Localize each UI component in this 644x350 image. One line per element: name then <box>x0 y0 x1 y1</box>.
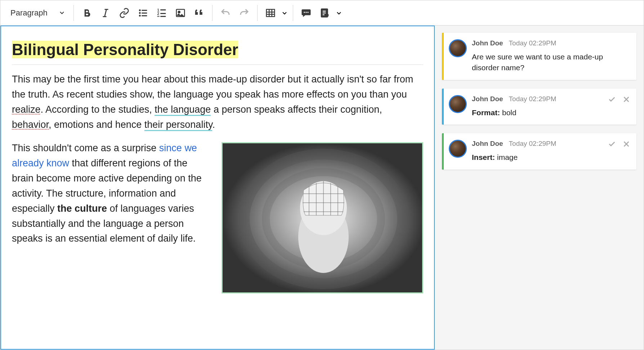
accept-button[interactable] <box>606 94 618 105</box>
track-changes-icon <box>316 4 334 22</box>
svg-rect-11 <box>160 16 166 17</box>
redo-button[interactable] <box>235 4 254 22</box>
svg-point-0 <box>139 9 141 11</box>
comment-highlight: Bilingual Personality Disorder <box>12 41 238 58</box>
suggestion-text: Format: bold <box>472 107 630 118</box>
svg-point-2 <box>139 12 141 14</box>
comment-button[interactable] <box>297 4 316 22</box>
avatar <box>449 39 467 57</box>
reject-button[interactable] <box>621 94 632 105</box>
chevron-down-icon <box>59 8 65 18</box>
table-icon <box>261 4 280 22</box>
svg-point-15 <box>304 12 305 13</box>
comment-card[interactable]: John Doe Today 02:29PM Are we sure we wa… <box>442 33 636 80</box>
svg-rect-1 <box>142 10 147 11</box>
svg-rect-9 <box>160 13 166 14</box>
main-area: Bilingual Personality Disorder This may … <box>0 26 644 350</box>
numbered-list-button[interactable]: 12 <box>152 4 171 22</box>
table-button[interactable] <box>261 4 289 22</box>
italic-button[interactable] <box>96 4 115 22</box>
link-button[interactable] <box>115 4 134 22</box>
suggestion-card[interactable]: John Doe Today 02:29PM Format: bold <box>442 89 636 125</box>
bold-button[interactable] <box>77 4 96 22</box>
svg-point-16 <box>305 12 307 13</box>
comment-time: Today 02:29PM <box>509 140 556 148</box>
blockquote-button[interactable] <box>190 4 209 22</box>
editor-app: Paragraph 12 <box>0 0 644 350</box>
chevron-down-icon <box>334 10 344 16</box>
svg-point-17 <box>307 12 308 13</box>
comment-author: John Doe <box>472 140 503 148</box>
toolbar-separator <box>212 5 213 21</box>
suggestion-mark[interactable]: their personality <box>144 119 213 131</box>
spellcheck-mark[interactable]: behavior <box>12 119 49 130</box>
track-changes-button[interactable] <box>316 4 344 22</box>
undo-button[interactable] <box>216 4 235 22</box>
svg-rect-7 <box>160 9 166 10</box>
comment-author: John Doe <box>472 39 503 47</box>
comment-author: John Doe <box>472 95 503 103</box>
toolbar-separator <box>73 5 74 21</box>
image-button[interactable] <box>171 4 190 22</box>
bold-text: the culture <box>57 203 107 214</box>
comments-sidebar: John Doe Today 02:29PM Are we sure we wa… <box>435 26 644 350</box>
svg-point-13 <box>178 11 180 13</box>
avatar <box>449 140 467 158</box>
comment-time: Today 02:29PM <box>509 95 556 103</box>
svg-point-4 <box>139 15 141 17</box>
document-title[interactable]: Bilingual Personality Disorder <box>12 41 423 65</box>
block-type-select[interactable]: Paragraph <box>5 4 70 22</box>
svg-text:2: 2 <box>157 12 159 16</box>
paragraph[interactable]: This may be the first time you hear abou… <box>12 72 423 132</box>
svg-rect-10 <box>157 16 159 17</box>
avatar <box>449 95 467 113</box>
accept-button[interactable] <box>606 138 618 150</box>
svg-rect-14 <box>267 9 275 17</box>
comment-text: Are we sure we want to use a made-up dis… <box>472 51 630 73</box>
suggestion-text: Insert: image <box>472 152 630 163</box>
toolbar: Paragraph 12 <box>0 0 644 26</box>
spellcheck-mark[interactable]: realize <box>12 104 41 115</box>
svg-rect-5 <box>142 15 147 16</box>
comment-time: Today 02:29PM <box>509 39 556 47</box>
paragraph[interactable]: This shouldn't come as a surprise since … <box>12 141 423 246</box>
suggestion-mark[interactable]: the language <box>155 104 211 116</box>
toolbar-separator <box>293 5 293 21</box>
toolbar-separator <box>257 5 258 21</box>
svg-rect-3 <box>142 12 147 13</box>
block-type-label: Paragraph <box>10 8 48 18</box>
reject-button[interactable] <box>621 138 632 150</box>
chevron-down-icon <box>280 10 289 16</box>
bullet-list-button[interactable] <box>134 4 152 22</box>
editor-content[interactable]: Bilingual Personality Disorder This may … <box>0 26 435 350</box>
inserted-image[interactable] <box>222 142 423 293</box>
suggestion-card[interactable]: John Doe Today 02:29PM Insert: image <box>442 133 636 169</box>
